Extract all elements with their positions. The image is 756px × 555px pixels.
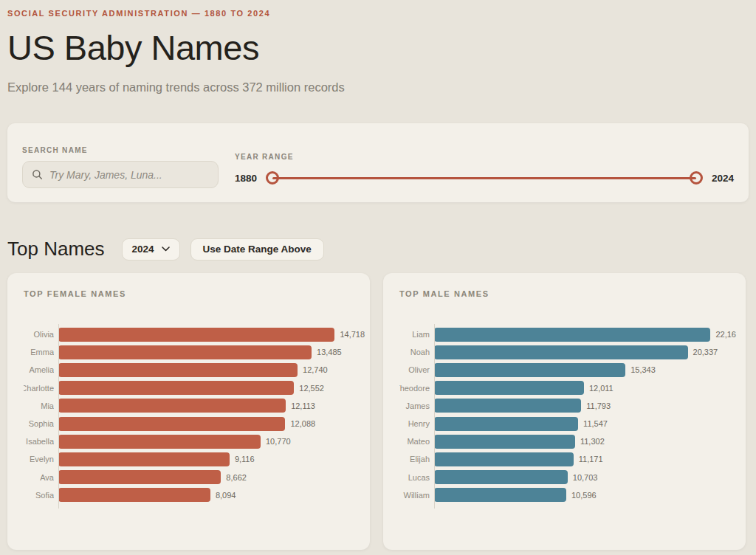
chart-axis-line (58, 324, 59, 509)
bar-value-label: 12,740 (303, 365, 328, 374)
bar-category-label: Sophia (24, 419, 54, 428)
bar (58, 488, 210, 502)
bar-value-label: 13,485 (317, 348, 342, 356)
bar-value-label: 11,302 (580, 437, 605, 446)
bar (58, 470, 221, 484)
bar-category-label: Ava (24, 473, 54, 482)
search-label: SEARCH NAME (22, 146, 219, 154)
bar-category-label: James (399, 401, 430, 410)
bar-category-label: Mateo (399, 437, 430, 446)
bar-category-label: Noah (399, 348, 430, 356)
bar-value-label: 15,343 (630, 365, 656, 374)
bar-row: James11,793 (399, 397, 729, 415)
female-bar-chart: Olivia14,718Emma13,485Amelia12,740Charlo… (24, 325, 354, 504)
bar-track: 11,171 (434, 450, 729, 468)
year-range-slider-row: 1880 2024 (235, 171, 734, 185)
bar-category-label: Liam (399, 330, 430, 339)
bar-track: 22,16 (434, 325, 729, 343)
bar-row: Elijah11,171 (399, 450, 729, 468)
bar (58, 381, 294, 395)
bar (434, 417, 578, 431)
bar-category-label: Charlotte (24, 384, 54, 393)
bar-value-label: 11,793 (586, 401, 611, 410)
chevron-down-icon (162, 247, 170, 252)
bar-track: 8,662 (58, 469, 354, 486)
bar-value-label: 22,16 (715, 330, 736, 339)
bar-track: 12,740 (58, 361, 354, 379)
bar (434, 470, 568, 484)
page: SOCIAL SECURITY ADMINISTRATION — 1880 TO… (0, 0, 756, 550)
bar-category-label: Amelia (24, 365, 54, 374)
year-range-slider[interactable] (266, 171, 703, 185)
year-select-value: 2024 (132, 244, 154, 255)
bar-category-label: Sofia (24, 491, 54, 500)
search-icon (32, 169, 43, 180)
chart-axis-line (434, 324, 435, 509)
bar-category-label: Theodore (399, 384, 430, 393)
bar-row: Sofia8,094 (24, 486, 354, 504)
charts-row: TOP FEMALE NAMES Olivia14,718Emma13,485A… (7, 273, 749, 550)
bar-value-label: 12,088 (290, 419, 315, 428)
bar-row: Isabella10,770 (24, 432, 354, 450)
slider-track[interactable] (272, 177, 696, 179)
bar-value-label: 14,718 (340, 330, 365, 339)
bar-track: 10,596 (434, 486, 729, 504)
bar-track: 12,088 (58, 415, 354, 432)
slider-handle-min[interactable] (266, 171, 279, 185)
bar-category-label: Henry (399, 419, 430, 428)
bar-row: Emma13,485 (24, 343, 354, 361)
search-name-field[interactable] (49, 169, 209, 181)
bar-track: 12,011 (434, 379, 729, 397)
year-select[interactable]: 2024 (122, 238, 180, 261)
eyebrow: SOCIAL SECURITY ADMINISTRATION — 1880 TO… (7, 0, 749, 18)
bar-track: 12,113 (58, 397, 354, 415)
bar-row: Noah20,337 (399, 343, 729, 361)
bar-track: 11,793 (434, 397, 729, 415)
bar-category-label: William (399, 491, 430, 500)
bar-track: 11,302 (434, 432, 729, 450)
bar-row: Henry11,547 (399, 415, 729, 432)
bar-category-label: Lucas (399, 473, 430, 482)
top-female-names-card: TOP FEMALE NAMES Olivia14,718Emma13,485A… (7, 273, 370, 550)
bar-track: 13,485 (58, 343, 354, 361)
bar (58, 417, 285, 431)
use-date-range-button-label: Use Date Range Above (203, 244, 312, 255)
bar (58, 435, 261, 449)
bar (434, 435, 575, 449)
bar (58, 363, 298, 377)
bar-value-label: 11,547 (583, 419, 608, 428)
bar (434, 399, 581, 413)
bar-value-label: 12,011 (589, 384, 614, 393)
bar-row: Sophia12,088 (24, 415, 354, 432)
bar-row: Theodore12,011 (399, 379, 729, 397)
bar-category-label: Olivia (24, 330, 54, 339)
male-chart-title: TOP MALE NAMES (399, 289, 729, 298)
bar-track: 8,094 (58, 486, 354, 504)
slider-handle-max[interactable] (690, 171, 703, 185)
year-max-value: 2024 (712, 173, 734, 184)
bar-row: Liam22,16 (399, 325, 729, 343)
bar-track: 10,703 (434, 469, 729, 486)
bar-value-label: 12,113 (291, 401, 315, 410)
bar-category-label: Evelyn (24, 455, 54, 463)
bar-track: 10,770 (58, 432, 354, 450)
bar-row: Ava8,662 (24, 469, 354, 486)
bar-value-label: 11,171 (579, 455, 603, 463)
bar (58, 399, 286, 413)
page-subtitle: Explore 144 years of naming trends acros… (7, 80, 749, 94)
use-date-range-button[interactable]: Use Date Range Above (190, 238, 324, 261)
bar-value-label: 10,770 (266, 437, 291, 446)
male-bar-chart: Liam22,16Noah20,337Oliver15,343Theodore1… (399, 325, 729, 504)
page-title: US Baby Names (7, 27, 749, 68)
bar-value-label: 9,116 (235, 455, 255, 463)
bar-value-label: 8,094 (216, 491, 236, 500)
section-title: Top Names (7, 238, 105, 261)
bar-value-label: 10,596 (571, 491, 597, 500)
bar-row: Mia12,113 (24, 397, 354, 415)
bar (58, 328, 334, 342)
bar (434, 452, 574, 466)
bar-row: Mateo11,302 (399, 432, 729, 450)
bar (58, 452, 230, 466)
filter-panel: SEARCH NAME YEAR RANGE 1880 2024 (7, 123, 749, 202)
search-input[interactable] (22, 161, 219, 188)
